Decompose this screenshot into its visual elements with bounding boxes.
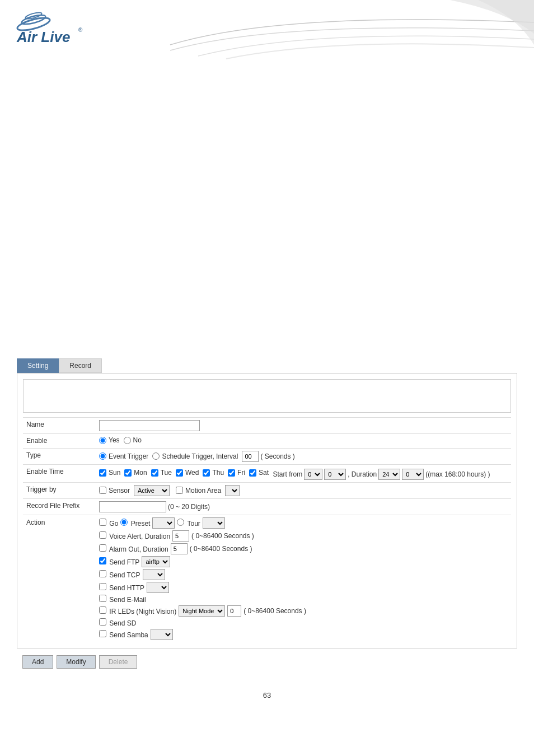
enable-yes-radio[interactable] <box>99 437 106 444</box>
day-mon-checkbox[interactable] <box>124 469 132 477</box>
type-event-radio[interactable] <box>99 452 106 460</box>
action-tcp-select[interactable] <box>143 569 165 580</box>
page-number: 63 <box>17 691 517 699</box>
action-row: Action Go Preset <box>23 515 511 642</box>
day-fri-label[interactable]: Fri <box>228 469 245 477</box>
action-voice-checkbox[interactable] <box>99 531 106 539</box>
action-tcp-label[interactable]: Send TCP <box>99 570 140 579</box>
action-voice-input[interactable] <box>172 530 189 542</box>
action-sd-row: Send SD <box>99 618 508 627</box>
action-ir-checkbox[interactable] <box>99 606 106 614</box>
tab-setting[interactable]: Setting <box>17 358 59 373</box>
type-interval-input[interactable] <box>242 451 259 462</box>
action-preset-select[interactable] <box>152 517 175 529</box>
action-email-checkbox[interactable] <box>99 595 106 602</box>
action-tcp-text: Send TCP <box>109 571 140 579</box>
action-ir-row: IR LEDs (Night Vision) Night Mode Day Mo… <box>99 605 508 617</box>
type-event-label[interactable]: Event Trigger <box>99 452 148 460</box>
svg-text:®: ® <box>78 27 83 33</box>
action-ftp-text: Send FTP <box>109 558 139 566</box>
trigger-motion-checkbox[interactable] <box>176 487 183 494</box>
action-alarm-input[interactable] <box>171 543 188 554</box>
duration-min-select[interactable]: 030 <box>402 469 424 480</box>
action-ir-mode-select[interactable]: Night Mode Day Mode <box>179 605 225 617</box>
action-ir-input[interactable] <box>227 605 241 617</box>
action-ftp-label[interactable]: Send FTP <box>99 557 139 566</box>
day-sun-checkbox[interactable] <box>99 469 106 477</box>
type-schedule-radio[interactable] <box>152 452 160 460</box>
tab-record[interactable]: Record <box>59 358 102 373</box>
action-value-cell: Go Preset <box>96 515 511 642</box>
trigger-motion-select[interactable] <box>225 485 240 496</box>
trigger-sensor-select[interactable]: Active Inactive <box>134 485 170 496</box>
action-preset-radio[interactable] <box>120 519 128 526</box>
logo: Air Live ® <box>11 8 95 55</box>
action-alarm-checkbox[interactable] <box>99 544 106 552</box>
day-fri-checkbox[interactable] <box>228 469 235 477</box>
duration-hour-select[interactable]: 241 <box>378 469 400 480</box>
trigger-motion-label[interactable]: Motion Area <box>176 487 221 494</box>
type-options: Event Trigger Schedule Trigger, Interval… <box>99 451 295 462</box>
day-tue-label[interactable]: Tue <box>151 469 172 477</box>
day-mon-text: Mon <box>134 469 147 477</box>
record-prefix-label: Record File Prefix <box>23 498 96 515</box>
action-tour-label[interactable]: Tour <box>177 519 200 528</box>
enable-no-radio[interactable] <box>124 437 131 444</box>
type-label: Type <box>23 448 96 464</box>
day-sun-label[interactable]: Sun <box>99 469 120 477</box>
action-voice-label[interactable]: Voice Alert, Duration <box>99 531 170 540</box>
action-voice-hint: ( 0~86400 Seconds ) <box>191 532 254 540</box>
record-prefix-input[interactable] <box>99 501 166 512</box>
trigger-sensor-label[interactable]: Sensor <box>99 487 130 494</box>
action-ir-label[interactable]: IR LEDs (Night Vision) <box>99 606 176 615</box>
top-area <box>23 379 511 413</box>
action-ftp-select[interactable]: airftp <box>142 556 170 567</box>
action-preset-label[interactable]: Preset <box>120 519 150 528</box>
day-wed-label[interactable]: Wed <box>176 469 199 477</box>
name-input[interactable] <box>99 420 200 431</box>
action-samba-select[interactable] <box>151 629 173 640</box>
action-sd-label[interactable]: Send SD <box>99 618 136 627</box>
day-tue-checkbox[interactable] <box>151 469 158 477</box>
day-sat-checkbox[interactable] <box>249 469 256 477</box>
day-thu-checkbox[interactable] <box>203 469 210 477</box>
delete-button[interactable]: Delete <box>99 655 138 669</box>
action-sd-checkbox[interactable] <box>99 618 106 626</box>
day-wed-checkbox[interactable] <box>176 469 183 477</box>
action-email-text: Send E-Mail <box>109 596 146 604</box>
trigger-sensor-checkbox[interactable] <box>99 487 106 494</box>
action-tour-radio[interactable] <box>177 519 184 526</box>
start-min-select[interactable]: 030 <box>324 469 346 480</box>
enable-time-value-cell: Sun Mon Tue <box>96 464 511 482</box>
start-hour-select[interactable]: 012 <box>304 469 322 480</box>
action-samba-label[interactable]: Send Samba <box>99 630 148 639</box>
spacer <box>0 67 534 179</box>
action-email-label[interactable]: Send E-Mail <box>99 595 146 604</box>
enable-yes-label[interactable]: Yes <box>99 436 120 444</box>
add-button[interactable]: Add <box>22 655 53 669</box>
action-alarm-label[interactable]: Alarm Out, Duration <box>99 544 168 553</box>
day-sun-text: Sun <box>109 469 120 477</box>
modify-button[interactable]: Modify <box>57 655 95 669</box>
action-samba-text: Send Samba <box>109 631 148 639</box>
action-ftp-checkbox[interactable] <box>99 557 106 564</box>
action-samba-checkbox[interactable] <box>99 630 106 637</box>
enable-time-label: Enable Time <box>23 464 96 482</box>
action-http-select[interactable] <box>147 582 169 593</box>
type-schedule-label[interactable]: Schedule Trigger, Interval <box>152 452 238 460</box>
record-prefix-value-cell: (0 ~ 20 Digits) <box>96 498 511 515</box>
name-value-cell <box>96 418 511 434</box>
action-tcp-checkbox[interactable] <box>99 570 106 577</box>
day-sat-label[interactable]: Sat <box>249 469 269 477</box>
trigger-by-row: Trigger by Sensor Active Inactive <box>23 482 511 498</box>
enable-no-label[interactable]: No <box>124 436 142 444</box>
action-go-checkbox[interactable] <box>99 519 106 526</box>
action-http-text: Send HTTP <box>109 584 144 592</box>
action-http-label[interactable]: Send HTTP <box>99 583 144 592</box>
action-tour-select[interactable] <box>203 517 225 529</box>
day-thu-label[interactable]: Thu <box>203 469 224 477</box>
action-go-label[interactable]: Go <box>99 519 118 528</box>
action-block: Go Preset <box>99 517 508 640</box>
day-mon-label[interactable]: Mon <box>124 469 147 477</box>
action-http-checkbox[interactable] <box>99 583 106 590</box>
